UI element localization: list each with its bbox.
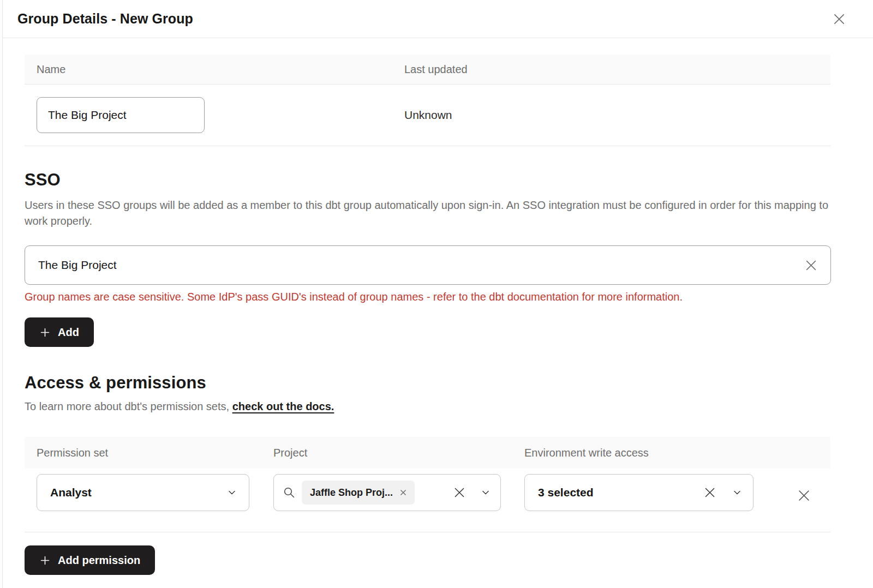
clear-icon	[804, 258, 818, 273]
tag-remove-x-icon	[399, 489, 407, 496]
permissions-description: To learn more about dbt's permission set…	[25, 400, 830, 413]
remove-row-x-icon	[796, 488, 812, 503]
sso-clear-button[interactable]	[804, 258, 818, 273]
add-permission-button-label: Add permission	[58, 554, 140, 567]
close-button[interactable]	[830, 10, 848, 28]
group-info-table: Name Last updated Unknown	[25, 55, 830, 146]
plus-icon	[39, 327, 51, 338]
last-updated-value: Unknown	[404, 109, 452, 121]
environment-write-access-select[interactable]: 3 selected	[524, 474, 754, 511]
page-title: Group Details - New Group	[17, 11, 193, 27]
environment-write-access-value: 3 selected	[538, 486, 594, 499]
docs-link[interactable]: check out the docs.	[232, 400, 334, 412]
search-icon	[283, 486, 296, 499]
group-table-header: Name Last updated	[25, 55, 830, 85]
add-button-label: Add	[58, 326, 79, 339]
modal-header: Group Details - New Group	[3, 0, 873, 38]
permission-row: Analyst	[25, 469, 830, 532]
sso-group-name-field[interactable]	[25, 245, 831, 285]
sso-heading: SSO	[25, 170, 830, 190]
project-tag-remove-button[interactable]	[399, 489, 407, 496]
chevron-down-icon	[227, 488, 237, 497]
add-sso-group-button[interactable]: Add	[25, 317, 94, 347]
permissions-divider	[25, 532, 830, 532]
group-table-row: Unknown	[25, 85, 830, 146]
project-tag: Jaffle Shop Proj...	[302, 481, 415, 505]
group-details-modal: Group Details - New Group Name Last upda…	[2, 0, 873, 588]
permission-set-select[interactable]: Analyst	[37, 474, 249, 511]
sso-group-name-input[interactable]	[25, 246, 804, 284]
environment-clear-button[interactable]	[703, 485, 717, 500]
column-header-environment-write-access: Environment write access	[524, 447, 778, 459]
access-permissions-heading: Access & permissions	[25, 373, 830, 393]
permissions-table: Permission set Project Environment write…	[25, 437, 830, 532]
clear-icon	[703, 485, 717, 500]
permissions-table-header: Permission set Project Environment write…	[25, 437, 830, 469]
plus-icon	[39, 555, 51, 566]
project-tag-label: Jaffle Shop Proj...	[310, 487, 393, 499]
column-header-permission-set: Permission set	[25, 447, 273, 459]
project-multiselect[interactable]: Jaffle Shop Proj...	[273, 474, 501, 511]
permission-set-value: Analyst	[50, 486, 92, 499]
group-name-input[interactable]	[37, 97, 205, 133]
column-header-last-updated: Last updated	[404, 63, 830, 76]
chevron-down-icon	[481, 488, 491, 497]
add-permission-button[interactable]: Add permission	[25, 545, 155, 575]
close-icon	[832, 11, 847, 27]
remove-permission-row-button[interactable]	[796, 488, 812, 503]
sso-description: Users in these SSO groups will be added …	[25, 197, 830, 229]
column-header-name: Name	[25, 63, 404, 76]
project-clear-button[interactable]	[452, 485, 467, 500]
chevron-down-icon	[732, 488, 742, 497]
sso-helper-text: Group names are case sensitive. Some IdP…	[25, 291, 830, 303]
permissions-description-text: To learn more about dbt's permission set…	[25, 400, 232, 412]
sso-section: SSO Users in these SSO groups will be ad…	[25, 170, 830, 347]
column-header-project: Project	[273, 447, 524, 459]
clear-icon	[452, 485, 467, 500]
access-permissions-section: Access & permissions To learn more about…	[25, 373, 830, 575]
